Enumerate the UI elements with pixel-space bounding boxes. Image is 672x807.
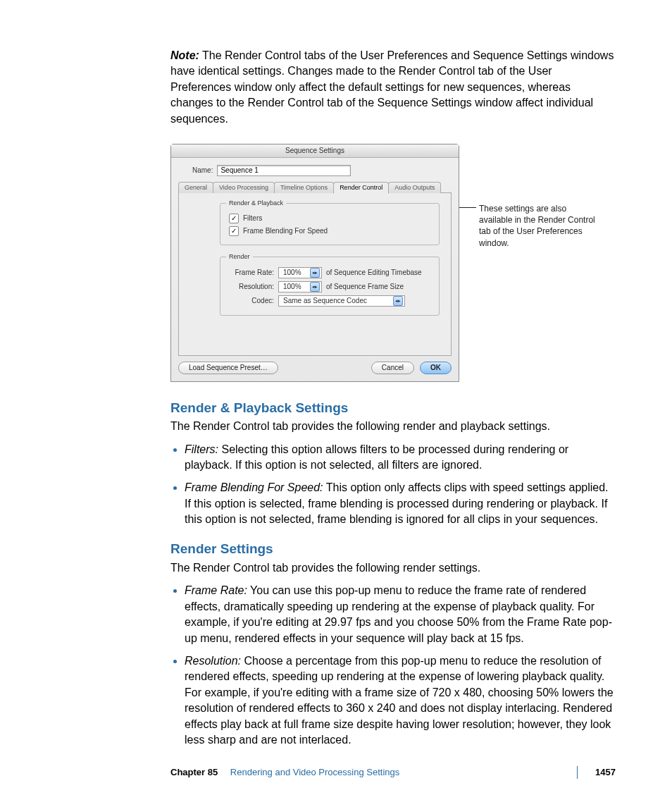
note-text: The Render Control tabs of the User Pref… bbox=[170, 49, 614, 125]
button-label: OK bbox=[430, 364, 441, 371]
page-number: 1457 bbox=[595, 766, 616, 779]
term-text: Selecting this option allows filters to … bbox=[185, 443, 568, 471]
frame-rate-value: 100% bbox=[283, 268, 301, 278]
list-item: Resolution: Choose a percentage from thi… bbox=[185, 653, 616, 748]
group-render-playback: Render & Playback ✓ Filters ✓ Frame Blen… bbox=[220, 203, 440, 245]
section1-intro: The Render Control tab provides the foll… bbox=[170, 419, 616, 434]
checkbox-filters-label: Filters bbox=[243, 214, 262, 223]
tab-render-control[interactable]: Render Control bbox=[333, 182, 389, 194]
name-field[interactable]: Sequence 1 bbox=[217, 165, 351, 176]
checkbox-frame-blending[interactable]: ✓ bbox=[229, 226, 239, 236]
stepper-icon: ◂▸ bbox=[310, 282, 320, 292]
checkbox-filters[interactable]: ✓ bbox=[229, 214, 239, 223]
resolution-label: Resolution: bbox=[229, 282, 274, 292]
term: Filters: bbox=[185, 443, 218, 455]
button-label: Load Sequence Preset… bbox=[189, 364, 268, 371]
note-paragraph: Note: The Render Control tabs of the Use… bbox=[170, 48, 616, 127]
chapter-title: Rendering and Video Processing Settings bbox=[230, 767, 399, 777]
term: Resolution: bbox=[185, 655, 241, 667]
callout-text: These settings are also available in the… bbox=[479, 203, 599, 249]
term-text: You can use this pop-up menu to reduce t… bbox=[185, 584, 612, 643]
button-label: Cancel bbox=[382, 364, 404, 371]
resolution-value: 100% bbox=[283, 282, 301, 292]
callout: These settings are also available in the… bbox=[459, 203, 599, 249]
list-item: Frame Rate: You can use this pop-up menu… bbox=[185, 583, 616, 646]
heading-render-settings: Render Settings bbox=[170, 540, 616, 559]
checkbox-frame-blending-label: Frame Blending For Speed bbox=[243, 226, 328, 236]
name-label: Name: bbox=[192, 166, 213, 175]
tab-audio-outputs[interactable]: Audio Outputs bbox=[388, 182, 441, 193]
note-label: Note: bbox=[170, 49, 199, 61]
codec-select[interactable]: Same as Sequence Codec ◂▸ bbox=[278, 295, 405, 307]
section2-intro: The Render Control tab provides the foll… bbox=[170, 560, 616, 576]
term: Frame Rate: bbox=[185, 584, 247, 596]
codec-label: Codec: bbox=[229, 296, 274, 306]
page-footer: Chapter 85 Rendering and Video Processin… bbox=[170, 766, 616, 779]
tab-label: Audio Outputs bbox=[394, 184, 435, 191]
tab-label: Timeline Options bbox=[280, 184, 328, 191]
name-value: Sequence 1 bbox=[220, 166, 258, 175]
stepper-icon: ◂▸ bbox=[310, 268, 320, 278]
tab-label: General bbox=[185, 184, 207, 191]
group-render: Render Frame Rate: 100% ◂▸ of Sequence E… bbox=[220, 257, 440, 316]
load-preset-button[interactable]: Load Sequence Preset… bbox=[178, 362, 278, 374]
tab-label: Video Processing bbox=[219, 184, 268, 191]
term: Frame Blending For Speed: bbox=[185, 481, 323, 493]
sequence-settings-window: Sequence Settings Name: Sequence 1 Gener… bbox=[170, 144, 459, 382]
frame-rate-label: Frame Rate: bbox=[229, 268, 274, 278]
resolution-suffix: of Sequence Frame Size bbox=[326, 282, 404, 292]
stepper-icon: ◂▸ bbox=[393, 296, 403, 306]
cancel-button[interactable]: Cancel bbox=[371, 362, 414, 374]
tab-label: Render Control bbox=[340, 184, 382, 191]
tab-video-processing[interactable]: Video Processing bbox=[213, 182, 275, 193]
footer-rule bbox=[577, 766, 578, 779]
callout-line bbox=[459, 207, 476, 208]
window-title: Sequence Settings bbox=[171, 144, 459, 158]
chapter-label: Chapter 85 bbox=[170, 767, 218, 777]
resolution-select[interactable]: 100% ◂▸ bbox=[278, 281, 322, 292]
list-item: Frame Blending For Speed: This option on… bbox=[185, 480, 616, 527]
ok-button[interactable]: OK bbox=[420, 362, 452, 374]
group-title: Render & Playback bbox=[226, 199, 286, 208]
group-title: Render bbox=[226, 252, 253, 261]
tab-timeline-options[interactable]: Timeline Options bbox=[274, 182, 334, 193]
list-item: Filters: Selecting this option allows fi… bbox=[185, 442, 616, 474]
term-text: Choose a percentage from this pop-up men… bbox=[185, 655, 614, 746]
heading-render-playback: Render & Playback Settings bbox=[170, 399, 616, 418]
tab-general[interactable]: General bbox=[178, 182, 213, 193]
codec-value: Same as Sequence Codec bbox=[283, 296, 367, 306]
frame-rate-select[interactable]: 100% ◂▸ bbox=[278, 267, 322, 278]
frame-rate-suffix: of Sequence Editing Timebase bbox=[326, 268, 422, 278]
